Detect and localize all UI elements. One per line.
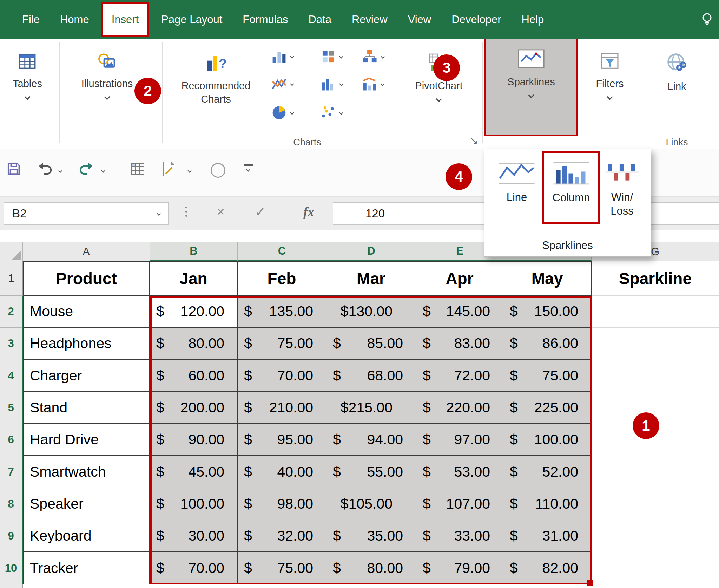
cell-F6[interactable]: $100.00 <box>503 424 592 456</box>
cell-A9[interactable]: Keyboard <box>23 520 150 552</box>
row-header-10[interactable]: 10 <box>0 552 23 584</box>
tab-data[interactable]: Data <box>298 0 341 39</box>
cell-B10[interactable]: $70.00 <box>150 552 238 584</box>
cell-B8[interactable]: $100.00 <box>150 488 238 520</box>
sparklines-button[interactable]: Sparklines <box>484 34 578 136</box>
cell-G4[interactable] <box>592 360 719 392</box>
cell-C6[interactable]: $95.00 <box>238 424 326 456</box>
bar-chart-button[interactable] <box>320 48 343 65</box>
cell-F3[interactable]: $86.00 <box>503 328 592 360</box>
tab-formulas[interactable]: Formulas <box>232 0 298 39</box>
row-header-6[interactable]: 6 <box>0 424 23 456</box>
select-all-button[interactable] <box>0 242 23 261</box>
tab-help[interactable]: Help <box>512 0 554 39</box>
cell-E6[interactable]: $97.00 <box>416 424 503 456</box>
cell-C7[interactable]: $40.00 <box>238 456 326 488</box>
cell-G3[interactable] <box>592 328 719 360</box>
cell-E4[interactable]: $72.00 <box>416 360 503 392</box>
cell-C2[interactable]: $135.00 <box>238 296 326 328</box>
formula-bar-handle[interactable] <box>185 207 187 217</box>
cell-C3[interactable]: $75.00 <box>238 328 326 360</box>
row-header-3[interactable]: 3 <box>0 328 23 360</box>
cell-E2[interactable]: $145.00 <box>416 296 503 328</box>
scatter-chart-button[interactable] <box>320 105 343 121</box>
customize-toolbar-button[interactable] <box>244 164 253 171</box>
column-header-A[interactable]: A <box>23 242 150 261</box>
cell-B9[interactable]: $30.00 <box>150 520 238 552</box>
cell-G7[interactable] <box>592 456 719 488</box>
cell-D7[interactable]: $55.00 <box>326 456 416 488</box>
link-button[interactable]: Link <box>649 51 705 93</box>
cell-E5[interactable]: $220.00 <box>416 392 503 424</box>
cell-E8[interactable]: $107.00 <box>416 488 503 520</box>
row-header-7[interactable]: 7 <box>0 456 23 488</box>
tab-file[interactable]: File <box>12 0 50 39</box>
cell-D5[interactable]: $215.00 <box>326 392 416 424</box>
filters-button[interactable]: Filters <box>583 51 636 99</box>
menu-item-line-sparkline[interactable]: Line <box>491 151 542 224</box>
chevron-down-icon[interactable] <box>101 169 105 172</box>
tab-page-layout[interactable]: Page Layout <box>151 0 232 39</box>
cell-G9[interactable] <box>592 520 719 552</box>
chevron-down-icon[interactable] <box>58 169 62 172</box>
cell-B3[interactable]: $80.00 <box>150 328 238 360</box>
row-header-4[interactable]: 4 <box>0 360 23 392</box>
cell-D3[interactable]: $85.00 <box>326 328 416 360</box>
tab-home[interactable]: Home <box>50 0 99 39</box>
column-header-C[interactable]: C <box>238 242 326 261</box>
tab-review[interactable]: Review <box>342 0 398 39</box>
menu-item-winloss-sparkline[interactable]: Win/ Loss <box>600 151 644 224</box>
cell-F7[interactable]: $52.00 <box>503 456 592 488</box>
row-header-8[interactable]: 8 <box>0 488 23 520</box>
cell-G10[interactable] <box>592 552 719 584</box>
tab-developer[interactable]: Developer <box>441 0 511 39</box>
cell-A4[interactable]: Charger <box>23 360 150 392</box>
tab-view[interactable]: View <box>398 0 442 39</box>
cell-E7[interactable]: $53.00 <box>416 456 503 488</box>
cell-B2[interactable]: $120.00 <box>150 296 238 328</box>
cell-F10[interactable]: $82.00 <box>503 552 592 584</box>
histogram-chart-button[interactable] <box>320 76 343 92</box>
enter-button[interactable]: ✓ <box>255 204 266 220</box>
cell-E9[interactable]: $33.00 <box>416 520 503 552</box>
cell-F8[interactable]: $110.00 <box>503 488 592 520</box>
cell-A2[interactable]: Mouse <box>23 296 150 328</box>
cell-B4[interactable]: $60.00 <box>150 360 238 392</box>
column-header-B[interactable]: B <box>150 242 238 261</box>
cell-A6[interactable]: Hard Drive <box>23 424 150 456</box>
column-chart-button[interactable] <box>271 48 293 65</box>
name-box-dropdown[interactable] <box>149 203 168 224</box>
row-header-11[interactable] <box>0 584 23 588</box>
lightbulb-icon[interactable] <box>700 12 714 29</box>
cell-A7[interactable]: Smartwatch <box>23 456 150 488</box>
redo-button[interactable] <box>78 161 95 177</box>
illustrations-button[interactable]: Illustrations <box>70 51 144 99</box>
pie-chart-button[interactable] <box>271 105 293 121</box>
cell-B6[interactable]: $90.00 <box>150 424 238 456</box>
cell-G2[interactable] <box>592 296 719 328</box>
tables-button[interactable]: Tables <box>3 51 52 99</box>
gridlines-button[interactable] <box>129 161 146 179</box>
cell-F9[interactable]: $31.00 <box>503 520 592 552</box>
cell-E3[interactable]: $83.00 <box>416 328 503 360</box>
row-header-5[interactable]: 5 <box>0 392 23 424</box>
insert-function-button[interactable]: fx <box>303 204 314 220</box>
dialog-launcher-icon[interactable]: ↘ <box>470 135 478 146</box>
cell-F2[interactable]: $150.00 <box>503 296 592 328</box>
cell-D4[interactable]: $68.00 <box>326 360 416 392</box>
cell-E10[interactable]: $79.00 <box>416 552 503 584</box>
cancel-button[interactable]: × <box>217 204 225 219</box>
form-edit-button[interactable] <box>161 161 177 179</box>
column-header-D[interactable]: D <box>326 242 416 261</box>
line-chart-button[interactable] <box>271 76 293 92</box>
cell-C10[interactable]: $75.00 <box>238 552 326 584</box>
cell-B7[interactable]: $45.00 <box>150 456 238 488</box>
cell-D6[interactable]: $94.00 <box>326 424 416 456</box>
cell-C9[interactable]: $32.00 <box>238 520 326 552</box>
row-header-2[interactable]: 2 <box>0 296 23 328</box>
cell-D2[interactable]: $130.00 <box>326 296 416 328</box>
save-button[interactable] <box>6 161 22 178</box>
cell-A5[interactable]: Stand <box>23 392 150 424</box>
cell-D10[interactable]: $80.00 <box>326 552 416 584</box>
cell-C4[interactable]: $70.00 <box>238 360 326 392</box>
